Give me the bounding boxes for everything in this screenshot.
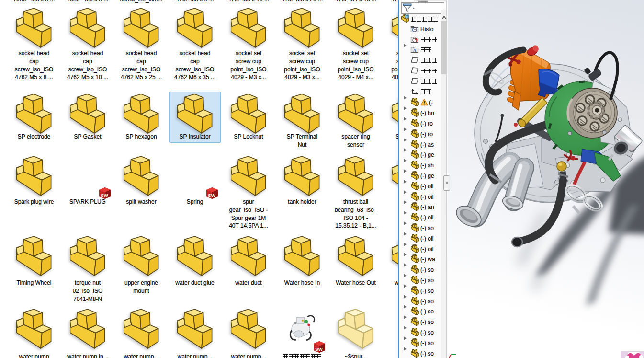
svg-text:A: A xyxy=(413,48,417,53)
